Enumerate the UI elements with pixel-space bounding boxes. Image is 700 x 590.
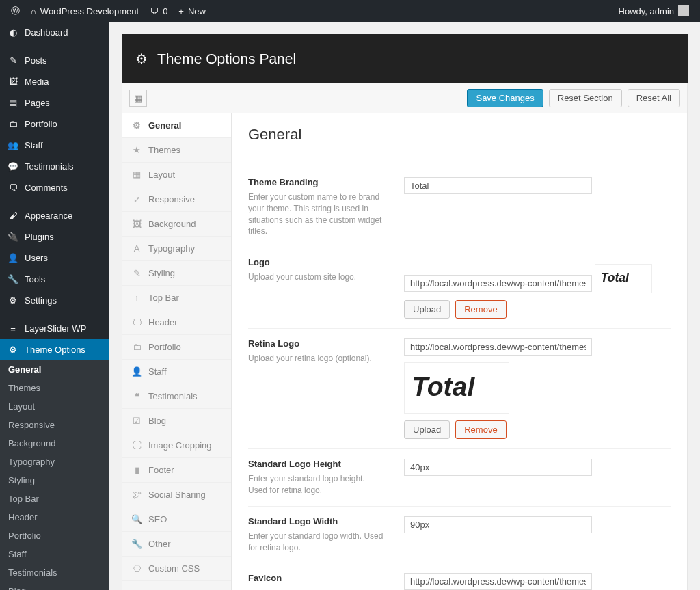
save-button[interactable]: Save Changes (467, 89, 543, 107)
tab-label: Testimonials (148, 391, 198, 401)
tab-icon: ⚙ (132, 120, 142, 131)
submenu-item-general[interactable]: General (0, 360, 109, 379)
svg-text:Total: Total (600, 271, 629, 284)
sidebar-item-appearance[interactable]: 🖌Appearance (0, 205, 109, 226)
logo-remove-button[interactable]: Remove (455, 300, 506, 319)
submenu-item-background[interactable]: Background (0, 434, 109, 453)
tab-layout[interactable]: ▦Layout (122, 163, 231, 187)
submenu-item-top-bar[interactable]: Top Bar (0, 490, 109, 508)
tab-portfolio[interactable]: 🗀Portfolio (122, 335, 231, 360)
submenu-item-styling[interactable]: Styling (0, 471, 109, 490)
sidebar-item-layerslider-wp[interactable]: ≡LayerSlider WP (0, 318, 109, 339)
menu-label: Settings (25, 295, 57, 306)
logo-height-input[interactable] (404, 459, 592, 476)
submenu-item-themes[interactable]: Themes (0, 379, 109, 397)
field-label: Standard Logo Width (248, 516, 385, 526)
submenu-item-portfolio[interactable]: Portfolio (0, 526, 109, 545)
submenu-item-header[interactable]: Header (0, 508, 109, 526)
tab-icon: 🖼 (132, 219, 142, 229)
tab-seo[interactable]: 🔍SEO (122, 507, 231, 532)
logo-upload-button[interactable]: Upload (404, 300, 450, 319)
field-label: Logo (248, 257, 385, 267)
tab-general[interactable]: ⚙General (122, 113, 231, 138)
submenu-item-typography[interactable]: Typography (0, 453, 109, 471)
submenu-item-blog[interactable]: Blog (0, 582, 109, 590)
logo-width-input[interactable] (404, 516, 592, 533)
menu-label: Users (25, 253, 48, 263)
sidebar-item-pages[interactable]: ▤Pages (0, 92, 109, 113)
tab-theme-updates[interactable]: ⇆Theme Updates (122, 581, 231, 590)
sidebar-item-users[interactable]: 👤Users (0, 247, 109, 269)
tab-other[interactable]: 🔧Other (122, 532, 231, 557)
tab-icon: ⤢ (132, 194, 142, 204)
account-link[interactable]: Howdy, admin (613, 5, 695, 16)
field-label: Theme Branding (248, 177, 385, 187)
branding-input[interactable] (404, 177, 592, 194)
tab-social-sharing[interactable]: 🕊Social Sharing (122, 483, 231, 507)
menu-icon: 👤 (7, 253, 19, 263)
submenu-item-staff[interactable]: Staff (0, 545, 109, 563)
tab-testimonials[interactable]: ❝Testimonials (122, 384, 231, 409)
howdy-text: Howdy, admin (619, 6, 674, 16)
tab-styling[interactable]: ✎Styling (122, 261, 231, 286)
favicon-input[interactable] (404, 573, 592, 590)
submenu-item-layout[interactable]: Layout (0, 397, 109, 416)
tab-top-bar[interactable]: ↑Top Bar (122, 286, 231, 310)
sidebar-item-settings[interactable]: ⚙Settings (0, 290, 109, 311)
tab-label: Top Bar (148, 293, 179, 303)
tab-icon: 👤 (132, 366, 142, 377)
sidebar-item-portfolio[interactable]: 🗀Portfolio (0, 113, 109, 135)
wp-logo[interactable]: ⓦ (5, 5, 25, 17)
menu-label: Pages (25, 98, 50, 108)
comments-link[interactable]: 🗨0 (144, 6, 173, 16)
retina-remove-button[interactable]: Remove (455, 420, 506, 439)
tab-staff[interactable]: 👤Staff (122, 360, 231, 384)
tab-typography[interactable]: ATypography (122, 237, 231, 261)
logo-input[interactable] (404, 275, 592, 292)
tab-header[interactable]: 🖵Header (122, 310, 231, 335)
toggle-button[interactable]: ▦ (129, 90, 147, 107)
sidebar-item-tools[interactable]: 🔧Tools (0, 269, 109, 290)
sidebar-item-media[interactable]: 🖾Media (0, 71, 109, 92)
retina-preview: Total (404, 362, 509, 414)
sidebar-item-posts[interactable]: ✎Posts (0, 50, 109, 71)
reset-all-button[interactable]: Reset All (628, 89, 680, 107)
menu-icon: 🖾 (7, 77, 19, 87)
sidebar-item-plugins[interactable]: 🔌Plugins (0, 226, 109, 247)
menu-label: Staff (25, 140, 43, 150)
tab-icon: ↑ (132, 293, 142, 303)
home-icon: ⌂ (31, 6, 36, 16)
menu-icon: 🔌 (7, 232, 19, 242)
new-label: New (188, 6, 206, 16)
sidebar-item-theme-options[interactable]: ⚙Theme Options (0, 339, 109, 360)
sidebar-item-dashboard[interactable]: ◐Dashboard (0, 22, 109, 43)
site-link[interactable]: ⌂WordPress Development (25, 6, 144, 16)
sidebar-item-staff[interactable]: 👥Staff (0, 135, 109, 156)
tab-blog[interactable]: ☑Blog (122, 409, 231, 433)
tab-background[interactable]: 🖼Background (122, 212, 231, 237)
panel-body: ⚙General★Themes▦Layout⤢Responsive🖼Backgr… (122, 113, 688, 590)
sidebar-item-testimonials[interactable]: 💬Testimonials (0, 156, 109, 177)
tab-custom-css[interactable]: ⎔Custom CSS (122, 557, 231, 581)
sidebar-item-comments[interactable]: 🗨Comments (0, 177, 109, 198)
retina-upload-button[interactable]: Upload (404, 420, 450, 439)
tab-icon: ⎔ (132, 563, 142, 574)
reset-section-button[interactable]: Reset Section (549, 89, 622, 107)
new-link[interactable]: +New (173, 6, 211, 16)
menu-icon: 👥 (7, 140, 19, 150)
tab-label: Staff (148, 366, 167, 377)
tab-label: Themes (148, 145, 180, 155)
tab-responsive[interactable]: ⤢Responsive (122, 187, 231, 212)
tab-themes[interactable]: ★Themes (122, 138, 231, 163)
tab-image-cropping[interactable]: ⛶Image Cropping (122, 433, 231, 458)
menu-label: Theme Options (25, 345, 85, 355)
tab-footer[interactable]: ▮Footer (122, 458, 231, 483)
avatar (678, 5, 689, 16)
submenu-item-testimonials[interactable]: Testimonials (0, 563, 109, 582)
retina-input[interactable] (404, 338, 592, 356)
field-desc: Upload your retina logo (optional). (248, 353, 385, 364)
menu-label: Tools (25, 274, 45, 284)
submenu-item-responsive[interactable]: Responsive (0, 416, 109, 434)
panel-header: ⚙ Theme Options Panel (122, 34, 688, 83)
tab-label: Header (148, 317, 178, 327)
